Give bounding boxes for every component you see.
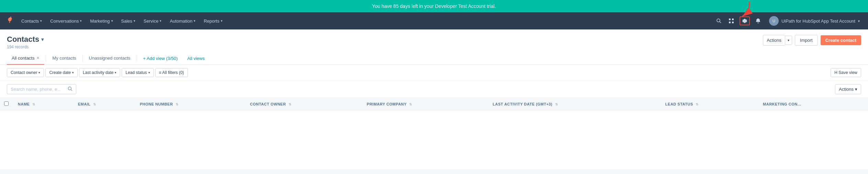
top-nav: Contacts ▾ Conversations ▾ Marketing ▾ S… <box>0 12 868 29</box>
close-icon[interactable]: ✕ <box>36 56 40 60</box>
settings-icon[interactable] <box>740 16 750 25</box>
tab-separator-3 <box>137 55 137 62</box>
svg-point-0 <box>717 19 720 22</box>
avatar: U <box>769 16 779 26</box>
svg-point-7 <box>68 87 71 90</box>
th-contact-owner: CONTACT OWNER ⇅ <box>246 98 363 110</box>
nav-item-automation[interactable]: Automation ▾ <box>166 16 199 26</box>
nav-item-service[interactable]: Service ▾ <box>140 16 165 26</box>
th-email: EMAIL ⇅ <box>74 98 136 110</box>
chevron-down-icon: ▾ <box>40 19 42 23</box>
page-content: Contacts ▾ 194 records Actions ▾ Import … <box>0 29 868 169</box>
all-views-button[interactable]: All views <box>182 52 210 64</box>
svg-rect-2 <box>729 18 731 20</box>
nav-item-marketing[interactable]: Marketing ▾ <box>87 16 116 26</box>
sort-icon[interactable]: ⇅ <box>176 102 179 106</box>
last-activity-date-filter[interactable]: Last activity date ▾ <box>79 68 120 77</box>
svg-line-8 <box>71 90 72 91</box>
notifications-icon[interactable] <box>754 17 762 25</box>
trial-banner: You have 85 days left in your Developer … <box>0 0 868 12</box>
table-actions-button[interactable]: Actions ▾ <box>835 84 861 94</box>
select-all-checkbox[interactable] <box>4 101 9 106</box>
chevron-down-icon: ▾ <box>221 19 223 23</box>
table-header: NAME ⇅ EMAIL ⇅ PHONE NUMBER ⇅ CONTACT OW… <box>0 98 868 110</box>
trial-banner-text: You have 85 days left in your Developer … <box>372 3 496 9</box>
header-actions: Actions ▾ Import Create contact <box>763 35 861 46</box>
sort-icon[interactable]: ⇅ <box>289 102 292 106</box>
chevron-down-icon: ▾ <box>115 71 116 74</box>
th-primary-company: PRIMARY COMPANY ⇅ <box>363 98 488 110</box>
th-last-activity-date: LAST ACTIVITY DATE (GMT+3) ⇅ <box>488 98 661 110</box>
sort-icon[interactable]: ⇅ <box>696 102 699 106</box>
save-view-button[interactable]: H Save view <box>831 68 861 77</box>
user-account-chevron: ▾ <box>858 19 860 23</box>
contacts-header: Contacts ▾ 194 records Actions ▾ Import … <box>0 29 868 52</box>
contacts-table: NAME ⇅ EMAIL ⇅ PHONE NUMBER ⇅ CONTACT OW… <box>0 98 868 110</box>
table-controls: Actions ▾ <box>0 81 868 98</box>
nav-item-conversations[interactable]: Conversations ▾ <box>47 16 85 26</box>
create-date-filter[interactable]: Create date ▾ <box>45 68 78 77</box>
nav-left: Contacts ▾ Conversations ▾ Marketing ▾ S… <box>5 16 715 26</box>
svg-rect-4 <box>729 22 731 23</box>
th-phone: PHONE NUMBER ⇅ <box>136 98 246 110</box>
search-icon[interactable] <box>715 17 723 25</box>
tab-all-contacts[interactable]: All contacts ✕ <box>7 52 44 65</box>
sort-icon[interactable]: ⇅ <box>93 102 96 106</box>
tab-my-contacts[interactable]: My contacts <box>47 52 81 65</box>
search-input[interactable] <box>11 87 66 92</box>
tab-separator-2 <box>82 55 83 62</box>
nav-right: U UiPath for HubSpot App Test Account ▾ <box>715 15 863 27</box>
contact-owner-filter[interactable]: Contact owner ▾ <box>7 68 44 77</box>
th-lead-status: LEAD STATUS ⇅ <box>661 98 759 110</box>
chevron-down-icon: ▾ <box>148 71 150 74</box>
svg-line-1 <box>720 22 721 23</box>
table-actions-right: Actions ▾ <box>835 84 861 94</box>
chevron-down-icon: ▾ <box>160 19 161 23</box>
svg-rect-5 <box>732 22 734 23</box>
filter-bar-left: Contact owner ▾ Create date ▾ Last activ… <box>7 68 188 77</box>
view-tabs: All contacts ✕ My contacts Unassigned co… <box>0 52 868 65</box>
chevron-down-icon: ▾ <box>80 19 82 23</box>
table-header-row: NAME ⇅ EMAIL ⇅ PHONE NUMBER ⇅ CONTACT OW… <box>0 98 868 110</box>
tab-separator <box>46 55 46 62</box>
actions-dropdown-button[interactable]: ▾ <box>785 36 792 45</box>
nav-item-reports[interactable]: Reports ▾ <box>200 16 226 26</box>
svg-rect-3 <box>732 18 734 20</box>
lead-status-filter[interactable]: Lead status ▾ <box>122 68 154 77</box>
title-dropdown-icon[interactable]: ▾ <box>41 37 44 42</box>
records-count: 194 records <box>7 45 44 49</box>
th-checkbox <box>0 98 14 110</box>
hubspot-logo[interactable] <box>5 16 14 26</box>
sort-icon[interactable]: ⇅ <box>409 102 412 106</box>
import-button[interactable]: Import <box>795 35 818 46</box>
tab-unassigned-contacts[interactable]: Unassigned contacts <box>84 52 135 65</box>
sort-icon[interactable]: ⇅ <box>32 102 35 106</box>
th-name: NAME ⇅ <box>14 98 74 110</box>
all-filters-button[interactable]: ≡ All filters (0) <box>155 68 188 77</box>
nav-item-contacts[interactable]: Contacts ▾ <box>18 16 45 26</box>
th-marketing-con: MARKETING CON... <box>759 98 868 110</box>
chevron-down-icon: ▾ <box>72 71 74 74</box>
actions-button[interactable]: Actions <box>763 35 785 46</box>
nav-item-sales[interactable]: Sales ▾ <box>118 16 139 26</box>
sort-icon[interactable]: ⇅ <box>555 102 558 106</box>
chevron-down-icon: ▾ <box>855 87 857 92</box>
search-icon <box>68 86 72 92</box>
add-view-button[interactable]: + Add view (3/50) <box>138 52 183 64</box>
chevron-down-icon: ▾ <box>134 19 135 23</box>
filter-bar: Contact owner ▾ Create date ▾ Last activ… <box>0 65 868 81</box>
user-account-label: UiPath for HubSpot App Test Account <box>781 18 855 24</box>
search-box[interactable] <box>7 84 76 94</box>
create-contact-button[interactable]: Create contact <box>821 35 861 45</box>
chevron-down-icon: ▾ <box>38 71 40 74</box>
user-account[interactable]: U UiPath for HubSpot App Test Account ▾ <box>766 15 863 27</box>
page-title: Contacts ▾ <box>7 35 44 44</box>
actions-button-group: Actions ▾ <box>763 35 792 46</box>
apps-icon[interactable] <box>727 17 735 25</box>
contacts-title-area: Contacts ▾ 194 records <box>7 35 44 49</box>
chevron-down-icon: ▾ <box>111 19 113 23</box>
chevron-down-icon: ▾ <box>194 19 195 23</box>
